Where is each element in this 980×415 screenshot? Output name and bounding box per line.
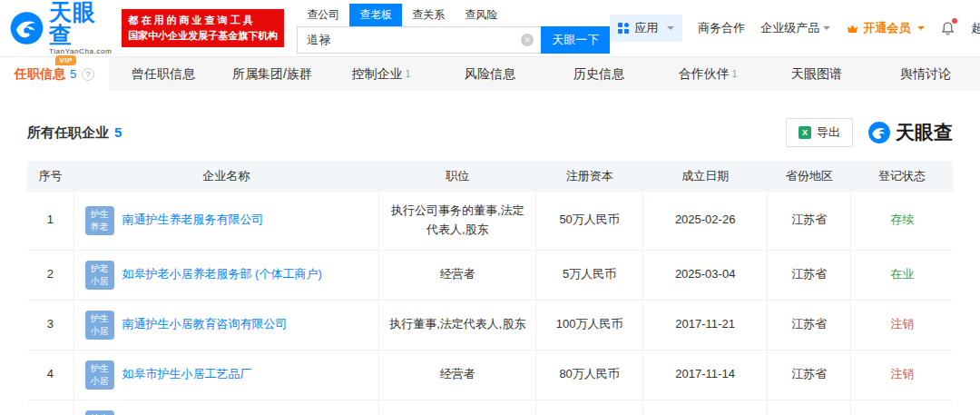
- tab-current-positions[interactable]: 任职信息VIP5?: [0, 57, 109, 91]
- row-number: 1: [27, 192, 74, 250]
- date-cell: 2025-03-04: [642, 250, 768, 300]
- company-badge: 护生小居: [85, 311, 114, 340]
- tab-history-info[interactable]: 历史信息: [544, 57, 653, 91]
- company-badge-line: 护生: [91, 208, 109, 221]
- nav-enterprise-products[interactable]: 企业级产品: [760, 20, 830, 36]
- section-header: 所有任职企业5 X 导出 天眼查: [27, 118, 953, 147]
- company-cell: 护生养老南通护生养老服务有限公司: [74, 192, 379, 250]
- apps-grid-icon: [618, 23, 629, 34]
- search-tab[interactable]: 查公司: [297, 4, 349, 26]
- capital-cell: 100万人民币: [536, 300, 642, 350]
- help-icon[interactable]: ?: [82, 68, 94, 81]
- banner-line2: 国家中小企业发展子基金旗下机构: [128, 28, 278, 44]
- nav-open-vip[interactable]: 开通会员: [846, 20, 925, 36]
- user-menu[interactable]: 超级...: [971, 20, 980, 36]
- status-cell: 存续: [851, 192, 953, 250]
- column-header: 职位: [379, 161, 536, 192]
- company-link[interactable]: 南通护生小居教育咨询有限公司: [122, 315, 288, 334]
- username: 超级...: [971, 20, 980, 36]
- company-badge-line: 养老: [91, 221, 109, 233]
- company-link[interactable]: 如皋市护生小居工艺品厂: [122, 365, 252, 384]
- search-tab[interactable]: 查风险: [455, 4, 507, 26]
- tianyancha-logo[interactable]: 天眼查 TianYanCha.com: [9, 1, 114, 55]
- search-input[interactable]: [297, 26, 541, 54]
- tab-label: 任职信息VIP: [15, 66, 65, 83]
- status-cell: 在业: [851, 250, 953, 300]
- table-row: 5护生百货绍兴市上虞区护生百货商行经营者-2023-01-20浙江省注销: [27, 400, 953, 415]
- tab-group[interactable]: 所属集团/族群: [218, 57, 327, 91]
- province-cell: 江苏省: [768, 250, 851, 300]
- apps-menu-label: 应用: [634, 20, 658, 36]
- export-button[interactable]: X 导出: [786, 118, 853, 147]
- tab-label: 控制企业: [352, 66, 403, 83]
- vip-badge: VIP: [55, 55, 75, 65]
- tianyancha-watermark: 天眼查: [867, 120, 953, 145]
- logo-text: 天眼查: [49, 1, 114, 46]
- company-cell: 护老小居如皋护老小居养老服务部 (个体工商户): [74, 250, 379, 300]
- chevron-down-icon: [917, 26, 925, 34]
- tab-count: 5: [70, 67, 76, 81]
- company-link[interactable]: 如皋护老小居养老服务部 (个体工商户): [122, 265, 322, 284]
- capital-cell: 5万人民币: [536, 250, 642, 300]
- row-number: 4: [27, 350, 74, 400]
- watermark-text: 天眼查: [896, 120, 953, 145]
- date-cell: 2025-02-26: [642, 192, 768, 250]
- tab-public-opinion[interactable]: 舆情讨论: [871, 57, 980, 91]
- search-tab[interactable]: 查老板: [349, 4, 402, 26]
- tab-past-positions[interactable]: 曾任职信息: [109, 57, 218, 91]
- tab-label: 曾任职信息: [132, 66, 195, 83]
- search-tabs: 查公司查老板查关系查风险: [297, 4, 610, 26]
- company-inner: 护生养老南通护生养老服务有限公司: [85, 206, 372, 235]
- company-badge-line: 小居: [91, 275, 109, 288]
- promo-banner: 都 在 用 的 商 业 查 询 工 具 国家中小企业发展子基金旗下机构: [122, 9, 284, 47]
- page-tabs: 任职信息VIP5?曾任职信息所属集团/族群控制企业1风险信息历史信息合作伙伴1天…: [0, 56, 980, 91]
- capital-cell: 80万人民币: [536, 350, 642, 400]
- company-inner: 护生百货绍兴市上虞区护生百货商行: [85, 410, 372, 415]
- search-button[interactable]: 天眼一下: [541, 26, 610, 54]
- tab-controlled-companies[interactable]: 控制企业1: [327, 57, 436, 91]
- section-title: 所有任职企业5: [27, 124, 122, 142]
- date-cell: 2017-11-21: [642, 300, 768, 350]
- nav-business-cooperation[interactable]: 商务合作: [698, 20, 745, 36]
- tianyancha-logo-icon: [9, 9, 44, 47]
- company-link[interactable]: 南通护生养老服务有限公司: [122, 211, 264, 230]
- tab-graph[interactable]: 天眼图谱: [762, 57, 871, 91]
- table-header-row: 序号企业名称职位注册资本成立日期省份地区登记状态: [27, 161, 953, 192]
- apps-menu[interactable]: 应用: [610, 15, 682, 42]
- tab-sup-count: 1: [732, 69, 738, 79]
- crown-icon: [846, 22, 859, 35]
- status-cell: 注销: [851, 300, 953, 350]
- company-badge: 护生养老: [85, 206, 114, 235]
- search-box: ✕ 天眼一下: [297, 26, 610, 54]
- logo-subtext: TianYanCha.com: [49, 48, 114, 55]
- nav-open-vip-label: 开通会员: [863, 20, 910, 36]
- company-badge-line: 护生: [91, 312, 109, 325]
- tianyancha-watermark-icon: [867, 121, 891, 144]
- tab-label: 风险信息: [465, 66, 515, 83]
- company-inner: 护老小居如皋护老小居养老服务部 (个体工商户): [85, 261, 372, 290]
- company-badge-line: 小居: [91, 325, 109, 338]
- column-header: 成立日期: [642, 161, 768, 192]
- company-badge: 护生小居: [85, 361, 114, 390]
- company-cell: 护生小居南通护生小居教育咨询有限公司: [74, 300, 379, 350]
- topbar: 天眼查 TianYanCha.com 都 在 用 的 商 业 查 询 工 具 国…: [0, 0, 980, 56]
- tab-partners[interactable]: 合作伙伴1: [653, 57, 762, 91]
- position-cell: 执行董事,法定代表人,股东: [379, 300, 536, 350]
- column-header: 序号: [27, 161, 74, 192]
- section-title-text: 所有任职企业: [27, 124, 109, 140]
- column-header: 企业名称: [74, 161, 379, 192]
- table-row: 4护生小居如皋市护生小居工艺品厂经营者80万人民币2017-11-14江苏省注销: [27, 350, 953, 400]
- clear-icon[interactable]: ✕: [521, 34, 534, 46]
- capital-cell: -: [536, 400, 642, 415]
- province-cell: 江苏省: [768, 300, 851, 350]
- chevron-down-icon: [823, 26, 830, 34]
- position-cell: 经营者: [379, 250, 536, 300]
- company-badge-line: 护生: [91, 362, 109, 375]
- notification-dot: [952, 18, 957, 24]
- tab-risk-info[interactable]: 风险信息: [436, 57, 544, 91]
- search-tab[interactable]: 查关系: [402, 4, 455, 26]
- notification-bell-icon[interactable]: [940, 21, 956, 36]
- tab-label: 天眼图谱: [791, 66, 842, 83]
- company-badge-line: 小居: [91, 375, 109, 388]
- status-cell: 注销: [851, 350, 953, 400]
